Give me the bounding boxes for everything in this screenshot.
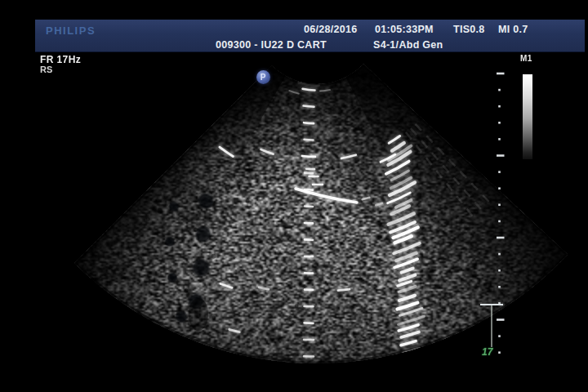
ultrasound-screen: PHILIPS 06/28/2016 01:05:33PM TIS0.8 MI …: [0, 0, 588, 392]
time-display: 01:05:33PM: [375, 24, 434, 35]
frame-rate-label: FR 17Hz: [40, 54, 81, 65]
header-bar: PHILIPS 06/28/2016 01:05:33PM TIS0.8 MI …: [35, 20, 585, 52]
transducer-preset: S4-1/Abd Gen: [373, 39, 443, 51]
system-id: 009300 - IU22 D CART: [216, 39, 327, 51]
map-label: M1: [520, 54, 532, 63]
ultrasound-image: [0, 0, 588, 392]
philips-logo: PHILIPS: [46, 24, 96, 37]
probe-orientation-marker: P: [256, 70, 270, 84]
grayscale-bar: [523, 74, 532, 159]
date-display: 06/28/2016: [304, 24, 358, 35]
mi-value: MI 0.7: [498, 24, 528, 35]
rs-label: RS: [40, 65, 52, 74]
probe-marker-letter: P: [261, 73, 266, 81]
tis-value: TIS0.8: [453, 24, 485, 35]
depth-value: 17: [482, 346, 492, 358]
